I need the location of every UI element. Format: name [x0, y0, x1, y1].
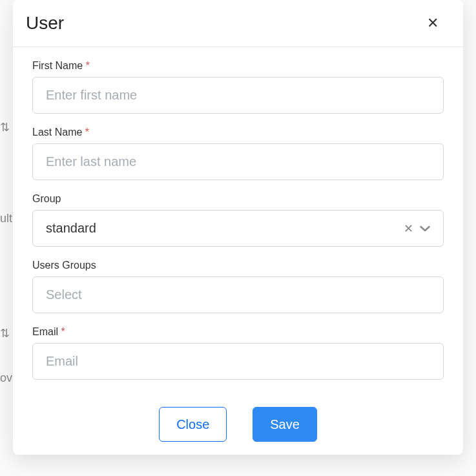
email-input[interactable]	[32, 343, 444, 380]
first-name-input[interactable]	[32, 77, 444, 114]
label-text: Email	[32, 326, 58, 337]
label-text: Users Groups	[32, 260, 96, 271]
modal-header: User ✕	[13, 0, 463, 47]
modal-footer: Close Save	[13, 399, 463, 455]
email-label: Email *	[32, 326, 444, 338]
close-icon[interactable]: ✕	[422, 14, 444, 33]
users-groups-label: Users Groups	[32, 260, 444, 271]
last-name-input[interactable]	[32, 143, 444, 180]
required-mark: *	[86, 60, 90, 71]
save-button[interactable]: Save	[253, 407, 317, 442]
modal-body: First Name * Last Name * Group standard …	[13, 47, 463, 399]
modal-title: User	[26, 13, 64, 34]
close-button[interactable]: Close	[159, 407, 227, 442]
last-name-label: Last Name *	[32, 127, 444, 138]
label-text: First Name	[32, 60, 83, 71]
required-mark: *	[61, 326, 65, 337]
first-name-label: First Name *	[32, 60, 444, 72]
first-name-group: First Name *	[32, 60, 444, 114]
required-mark: *	[85, 127, 89, 138]
user-modal: User ✕ First Name * Last Name * Group st…	[13, 0, 463, 455]
last-name-group: Last Name *	[32, 127, 444, 180]
group-field: Group standard ✕	[32, 193, 444, 247]
select-icons: ✕	[404, 223, 430, 234]
users-groups-field: Users Groups Select	[32, 260, 444, 313]
users-groups-placeholder: Select	[46, 287, 430, 302]
label-text: Group	[32, 193, 61, 204]
users-groups-select[interactable]: Select	[32, 276, 444, 313]
group-selected-value: standard	[46, 221, 404, 236]
email-group: Email *	[32, 326, 444, 380]
chevron-down-icon[interactable]	[420, 223, 430, 234]
clear-icon[interactable]: ✕	[404, 223, 413, 234]
group-select[interactable]: standard ✕	[32, 210, 444, 247]
label-text: Last Name	[32, 127, 82, 138]
group-label: Group	[32, 193, 444, 205]
